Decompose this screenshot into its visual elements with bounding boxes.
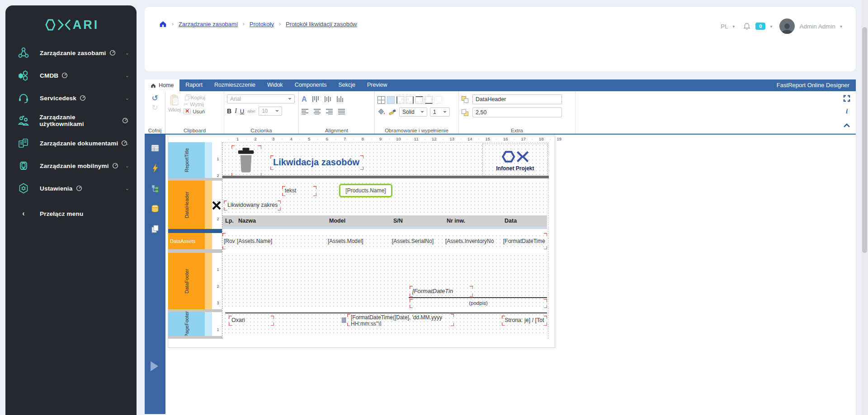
copy-button[interactable]: Kopiuj bbox=[184, 94, 205, 100]
report-page[interactable]: 12345678910111213141516171819 ReportTitl… bbox=[168, 135, 555, 348]
tab-sekcje[interactable]: Sekcje bbox=[333, 79, 362, 91]
sidebar-item-mobilne[interactable]: Zarządzanie mobilnymi ⌄ bbox=[5, 154, 137, 177]
redo-button[interactable]: ↻ bbox=[151, 104, 158, 112]
collapse-toolbar-icon[interactable] bbox=[844, 123, 850, 127]
report-title-text-object[interactable]: Likwidacja zasobów bbox=[270, 155, 363, 170]
vertical-align-middle-icon[interactable] bbox=[325, 96, 331, 103]
sidebar-item-uzytkownicy[interactable]: Zarządzanie użytkownikami ⌄ bbox=[5, 109, 137, 132]
strikethrough-button[interactable]: abc bbox=[247, 108, 255, 114]
report-tree-icon[interactable] bbox=[151, 185, 159, 192]
border-style-select[interactable]: Solid bbox=[399, 107, 427, 117]
dataheader-band-area[interactable]: tekst [Products.Name] Likwidowany zakres… bbox=[222, 181, 547, 229]
pagefooter-top-line-object[interactable] bbox=[225, 312, 547, 313]
tab-components[interactable]: Components bbox=[289, 79, 333, 91]
vertical-align-bottom-icon[interactable] bbox=[337, 96, 344, 103]
data-source-icon[interactable] bbox=[151, 205, 159, 213]
italic-button[interactable]: I bbox=[235, 107, 237, 115]
reporttitle-band-area[interactable]: Likwidacja zasobów Infonet Projekt bbox=[222, 142, 547, 178]
border-none-icon[interactable] bbox=[387, 96, 395, 104]
column-header-nazwa[interactable]: Nazwa bbox=[236, 218, 326, 224]
band-label-dataassets[interactable]: DataAssets bbox=[168, 233, 222, 249]
sidebar-item-dokumenty[interactable]: Zarządzanie dokumentami ⌄ bbox=[5, 132, 137, 154]
font-size-select[interactable]: 10 bbox=[259, 107, 282, 116]
fill-bucket-icon[interactable] bbox=[377, 108, 386, 116]
text-color-button[interactable]: A bbox=[302, 95, 307, 103]
sidebar-toggle-menu[interactable]: ‹ Przełącz menu bbox=[5, 202, 137, 225]
band-label-reporttitle[interactable]: ReportTitle 12 bbox=[168, 142, 222, 178]
column-header-nrinw[interactable]: Nr inw. bbox=[444, 218, 502, 224]
breadcrumb-link-zasoby[interactable]: Zarządzanie zasobami bbox=[179, 21, 238, 28]
user-name[interactable]: Admin Admin bbox=[799, 23, 835, 30]
sidebar-item-servicedesk[interactable]: Servicedesk ⌄ bbox=[5, 87, 137, 109]
send-to-back-icon[interactable] bbox=[462, 109, 469, 116]
assets-data-row[interactable]: [Rov [Assets.Name] [Assets.Model] [Asset… bbox=[222, 233, 547, 249]
column-header-data[interactable]: Data bbox=[502, 218, 547, 224]
border-right-icon[interactable] bbox=[406, 96, 414, 104]
info-icon[interactable]: i bbox=[846, 107, 848, 115]
border-width-select[interactable]: 1 bbox=[430, 107, 450, 117]
datetime-field-object[interactable]: [FormatDateTime([Date], 'dd.MM.yyyy HH:m… bbox=[347, 314, 454, 326]
events-lightning-icon[interactable] bbox=[152, 164, 159, 173]
home-icon[interactable] bbox=[159, 20, 167, 28]
cell-asset-inventory[interactable]: [Assets.InventoryNo bbox=[444, 238, 502, 244]
cell-asset-serial[interactable]: [Assets.SerialNo] bbox=[391, 238, 444, 244]
band-name-input[interactable] bbox=[472, 94, 562, 104]
vertical-align-top-icon[interactable] bbox=[312, 96, 319, 103]
underline-button[interactable]: U bbox=[240, 108, 244, 115]
assets-table-header[interactable]: Lp. Nazwa Model S/N Nr inw. Data bbox=[222, 215, 547, 226]
scrollbar-thumb[interactable] bbox=[862, 27, 867, 253]
page-number-object[interactable]: Strona: je] / [Tot bbox=[502, 316, 547, 326]
pages-icon[interactable] bbox=[151, 225, 159, 233]
signature-label-object[interactable]: (podpis) bbox=[410, 299, 547, 308]
band-height-input[interactable] bbox=[472, 107, 562, 117]
footer-date-field-object[interactable]: [FormatDateTin bbox=[410, 286, 473, 297]
border-bottom-icon[interactable] bbox=[425, 96, 433, 104]
undo-button[interactable]: ↺ bbox=[151, 94, 158, 102]
sidebar-item-zasoby[interactable]: Zarządzanie zasobami ⌄ bbox=[5, 42, 137, 64]
brush-icon[interactable] bbox=[388, 108, 396, 116]
company-name-object[interactable]: Oxari bbox=[229, 316, 274, 326]
cell-asset-model[interactable]: [Assets.Model] bbox=[326, 238, 391, 244]
tab-widok[interactable]: Widok bbox=[261, 79, 289, 91]
delete-button[interactable]: ✕ Usuń bbox=[184, 108, 205, 114]
paste-button[interactable]: Wklej bbox=[168, 94, 181, 126]
breadcrumb-link-protokoly[interactable]: Protokoły bbox=[250, 21, 274, 28]
border-color-icon[interactable] bbox=[434, 96, 442, 104]
sidebar-item-cmdb[interactable]: CMDB ⌄ bbox=[5, 64, 137, 87]
scope-label-object[interactable]: Likwidowany zakres bbox=[224, 201, 281, 210]
column-header-lp[interactable]: Lp. bbox=[222, 218, 236, 224]
column-header-model[interactable]: Model bbox=[326, 218, 391, 224]
properties-icon[interactable] bbox=[151, 145, 159, 152]
language-selector[interactable]: PL bbox=[721, 23, 728, 30]
align-right-icon[interactable] bbox=[326, 108, 333, 115]
border-all-icon[interactable] bbox=[377, 96, 385, 104]
font-family-select[interactable]: Arial bbox=[227, 94, 295, 103]
trash-image-object[interactable] bbox=[231, 145, 261, 176]
text-placeholder-object[interactable]: tekst bbox=[282, 186, 316, 196]
tab-raport[interactable]: Raport bbox=[179, 79, 208, 91]
tab-rozmieszczenie[interactable]: Rozmieszczenie bbox=[208, 79, 261, 91]
band-label-pagefooter[interactable]: PageFooter 1 bbox=[168, 312, 222, 336]
align-center-icon[interactable] bbox=[314, 108, 321, 115]
pagefooter-band-area[interactable]: Oxari [FormatDateTime([Date], 'dd.MM.yyy… bbox=[222, 312, 547, 336]
product-name-field-selected[interactable]: [Products.Name] bbox=[339, 184, 392, 197]
cut-button[interactable]: ✂ Wytnij bbox=[184, 101, 205, 107]
datafooter-band-area[interactable]: [FormatDateTin (podpis) bbox=[222, 253, 547, 309]
avatar[interactable] bbox=[779, 19, 795, 34]
company-logo-object[interactable]: Infonet Projekt bbox=[482, 144, 548, 177]
fullscreen-icon[interactable] bbox=[843, 95, 850, 102]
cell-asset-date[interactable]: [FormatDateTime bbox=[502, 238, 547, 244]
dataassets-band-area[interactable]: [Rov [Assets.Name] [Assets.Model] [Asset… bbox=[222, 233, 547, 249]
cell-asset-name[interactable]: [Assets.Name] bbox=[236, 238, 326, 244]
tab-home[interactable]: Home bbox=[145, 79, 179, 91]
run-report-play-icon[interactable] bbox=[151, 361, 158, 371]
notification-badge[interactable]: 0 bbox=[755, 23, 765, 30]
column-header-sn[interactable]: S/N bbox=[391, 218, 444, 224]
image-placeholder-x-icon[interactable] bbox=[212, 201, 222, 210]
border-top-icon[interactable] bbox=[415, 96, 423, 104]
border-left-icon[interactable] bbox=[396, 96, 404, 104]
breadcrumb-current[interactable]: Protokół likwidacji zasobów bbox=[286, 21, 357, 28]
bell-icon[interactable] bbox=[743, 22, 751, 31]
band-label-datafooter[interactable]: DataFooter 123 bbox=[168, 253, 222, 309]
cell-row-number[interactable]: [Rov bbox=[222, 238, 236, 244]
